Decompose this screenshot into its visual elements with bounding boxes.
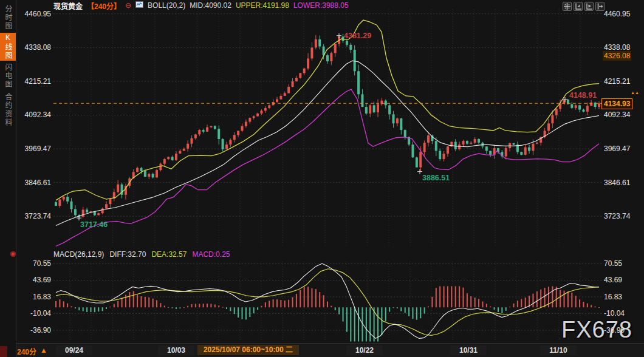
y-tick-label: -36.90 [604, 326, 643, 335]
sidebar-tab-timeline[interactable]: 分时图 [0, 4, 16, 32]
svg-text:3886.51: 3886.51 [422, 174, 450, 182]
boll-mid-value: MID:4090.02 [190, 1, 231, 10]
pan-right-icon[interactable] [595, 2, 605, 11]
scale-axis-right-icon[interactable] [584, 2, 594, 11]
macd-indicator-label: MACD(26,12,9) [53, 250, 104, 259]
macd-dea-value: DEA:32.57 [151, 250, 187, 259]
y-tick-label: 4460.95 [16, 10, 51, 18]
chart-toolbar [563, 2, 605, 11]
y-tick-label: 4215.21 [16, 77, 51, 86]
boll-lower-value: LOWER:3988.05 [293, 1, 349, 10]
x-tick-label: 09/24 [56, 345, 92, 355]
period-selector[interactable]: 240分 ▲ [17, 346, 47, 356]
y-tick-label: -36.90 [16, 326, 51, 335]
y-tick-label: 70.55 [16, 259, 51, 268]
svg-text:4148.91: 4148.91 [569, 91, 597, 100]
x-tick-label: 11/10 [540, 345, 577, 355]
period-selector-label: 240分 [17, 346, 36, 356]
symbol-title: 现货黄金 [53, 1, 83, 11]
sidebar-tab-kline[interactable]: K线图 [0, 33, 16, 61]
macd-chart[interactable] [53, 262, 601, 342]
y-tick-label: 70.55 [604, 259, 643, 268]
highlighted-session-label: 2025/10/07 06:00~10:00 二 [197, 345, 299, 355]
y-tick-label: 3969.47 [16, 144, 51, 153]
price-axis-arrow-icon[interactable]: ▲▲ [631, 91, 639, 95]
macd-diff-value: DIFF:32.70 [109, 250, 146, 259]
upper-price-badge: 4326.08 [603, 51, 631, 61]
current-price-badge: 4134.93 [601, 98, 632, 109]
y-tick-label: 4460.95 [604, 10, 643, 18]
y-tick-label: 3846.61 [16, 178, 51, 187]
y-tick-label: 16.83 [604, 293, 643, 301]
x-tick-label: 10/22 [346, 345, 383, 355]
boll-upper-value: UPPER:4191.98 [236, 1, 289, 10]
corner-block [0, 346, 7, 357]
scale-axis-left-icon[interactable] [574, 2, 583, 11]
y-tick-label: 43.69 [604, 276, 643, 284]
trading-app-window: 分时图 K线图 闪电图 合约资料 现货黄金 【240分】 ⊖ BOLL(20,2… [0, 0, 644, 357]
collapse-icon[interactable]: ⊖ [125, 1, 131, 10]
y-tick-label: -10.04 [604, 309, 643, 318]
period-up-arrow-icon: ▲ [40, 346, 47, 356]
candlestick-chart[interactable]: 4381.293717.463886.514148.91 [53, 9, 601, 246]
y-tick-label: 4215.21 [604, 77, 643, 86]
svg-text:4381.29: 4381.29 [344, 32, 371, 40]
chart-header: 现货黄金 【240分】 ⊖ BOLL(20,2) MID:4090.02 UPP… [53, 1, 349, 10]
y-tick-label: 3723.74 [16, 212, 51, 220]
x-tick-label: 10/03 [158, 345, 194, 355]
sidebar-tab-lightning[interactable]: 闪电图 [0, 62, 16, 90]
y-tick-label: 4092.34 [604, 110, 643, 119]
y-tick-label: 3846.61 [604, 178, 643, 187]
y-tick-label: 4338.08 [604, 43, 643, 52]
y-tick-label: 4338.08 [16, 43, 51, 52]
y-tick-label: 3969.47 [604, 144, 643, 153]
y-tick-label: 4092.34 [16, 110, 51, 119]
time-axis-bar: 240分 ▲ 09/2410/0310/2210/3111/10 2025/10… [0, 343, 644, 357]
y-tick-label: 3723.74 [604, 212, 643, 220]
move-chart-icon[interactable] [563, 2, 572, 11]
boll-indicator-label: BOLL(20,2) [148, 1, 185, 10]
y-tick-label: 16.83 [16, 293, 51, 301]
macd-header: MACD(26,12,9) DIFF:32.70 DEA:32.57 MACD:… [53, 250, 230, 259]
y-tick-label: 43.69 [16, 276, 51, 284]
chart-type-sidebar: 分时图 K线图 闪电图 合约资料 [0, 0, 16, 357]
y-tick-label: -10.04 [16, 309, 51, 318]
macd-macd-value: MACD:0.25 [192, 250, 230, 259]
svg-text:3717.46: 3717.46 [80, 220, 108, 229]
record-dot-icon[interactable] [10, 251, 16, 257]
mini-chart-icon[interactable] [135, 1, 143, 10]
period-label[interactable]: 【240分】 [87, 1, 121, 11]
sidebar-tab-contract-info[interactable]: 合约资料 [0, 91, 16, 129]
x-tick-label: 10/31 [450, 345, 487, 355]
